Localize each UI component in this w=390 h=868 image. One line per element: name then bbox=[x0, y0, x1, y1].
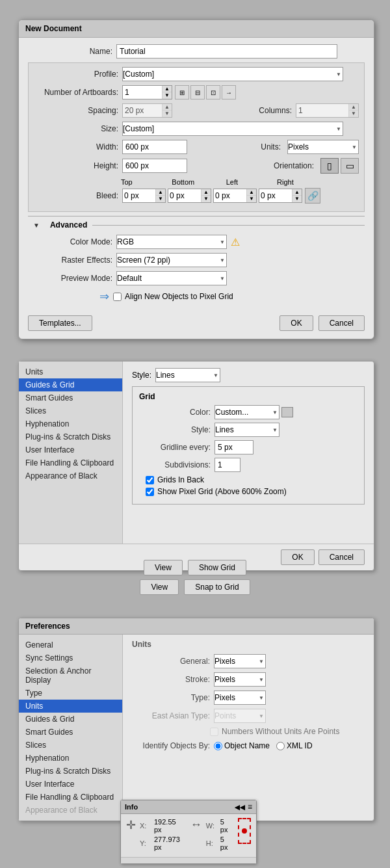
spacing-down-btn[interactable]: ▼ bbox=[162, 111, 172, 117]
spacing-up-btn[interactable]: ▲ bbox=[162, 104, 172, 111]
sidebar-item-units[interactable]: Units bbox=[19, 365, 122, 378]
bleed-left-input[interactable] bbox=[214, 189, 246, 202]
pref-sidebar-guides-grid[interactable]: Guides & Grid bbox=[19, 713, 122, 726]
bleed-top-input[interactable] bbox=[123, 189, 155, 202]
object-name-radio[interactable] bbox=[214, 742, 222, 750]
sidebar-item-appearance-black[interactable]: Appearance of Black bbox=[19, 469, 122, 482]
xml-id-radio[interactable] bbox=[276, 742, 285, 750]
pref-sidebar-appearance[interactable]: Appearance of Black bbox=[19, 804, 122, 817]
height-input[interactable] bbox=[122, 159, 187, 173]
gridline-input[interactable] bbox=[214, 440, 254, 454]
sidebar-item-guides-grid[interactable]: Guides & Grid bbox=[19, 378, 122, 391]
bleed-bottom-spinbox[interactable]: ▲ ▼ bbox=[168, 189, 211, 203]
bleed-right-spinbox[interactable]: ▲ ▼ bbox=[259, 189, 302, 203]
raster-effects-select[interactable]: Screen (72 ppi) bbox=[116, 253, 227, 267]
pref-sidebar-plugins[interactable]: Plug-ins & Scratch Disks bbox=[19, 765, 122, 778]
bleed-left-spinbox[interactable]: ▲ ▼ bbox=[213, 189, 257, 203]
info-menu-icon[interactable]: ≡ bbox=[248, 802, 252, 811]
landscape-btn[interactable]: ▭ bbox=[341, 158, 359, 174]
sidebar-item-smart-guides[interactable]: Smart Guides bbox=[19, 391, 122, 404]
units-select[interactable]: Pixels bbox=[287, 140, 359, 154]
portrait-btn[interactable]: ▯ bbox=[320, 158, 339, 174]
sidebar-item-ui[interactable]: User Interface bbox=[19, 443, 122, 456]
guides-style-select[interactable]: Lines bbox=[155, 368, 220, 382]
pref-sidebar-general[interactable]: General bbox=[19, 638, 122, 651]
pref-sidebar-type[interactable]: Type bbox=[19, 687, 122, 700]
east-asian-select[interactable]: Points bbox=[214, 709, 266, 723]
columns-input[interactable] bbox=[296, 104, 348, 117]
bleed-link-btn[interactable]: 🔗 bbox=[305, 188, 320, 204]
size-select[interactable]: [Custom] bbox=[122, 122, 343, 136]
pref-sidebar-units[interactable]: Units bbox=[19, 700, 122, 713]
type-units-select[interactable]: Pixels bbox=[214, 690, 266, 705]
name-input[interactable] bbox=[116, 44, 337, 59]
grid-color-select[interactable]: Custom... bbox=[214, 405, 280, 419]
view-button-2[interactable]: View bbox=[140, 579, 179, 595]
view-button-1[interactable]: View bbox=[144, 560, 183, 575]
general-units-label: General: bbox=[132, 657, 210, 666]
artboards-spinbox[interactable]: ▲ ▼ bbox=[122, 85, 172, 99]
bleed-right-down[interactable]: ▼ bbox=[292, 196, 302, 202]
bleed-top-down[interactable]: ▼ bbox=[156, 196, 165, 202]
show-pixel-grid-checkbox[interactable] bbox=[146, 488, 154, 496]
bleed-right-input[interactable] bbox=[259, 189, 292, 202]
columns-down-btn[interactable]: ▼ bbox=[349, 111, 358, 117]
sidebar-item-slices[interactable]: Slices bbox=[19, 404, 122, 417]
grid-color-swatch[interactable] bbox=[281, 407, 293, 417]
spacing-input[interactable] bbox=[123, 104, 162, 117]
profile-label: Profile: bbox=[34, 70, 118, 79]
xml-id-radio-label[interactable]: XML ID bbox=[276, 741, 313, 750]
pref-sidebar-hyphenation[interactable]: Hyphenation bbox=[19, 752, 122, 765]
bleed-bottom-input[interactable] bbox=[168, 189, 201, 202]
pixel-align-checkbox[interactable] bbox=[113, 293, 122, 301]
sidebar-item-hyphenation[interactable]: Hyphenation bbox=[19, 417, 122, 430]
info-expand-icon[interactable]: ◀◀ bbox=[235, 804, 245, 811]
pref-sidebar-selection[interactable]: Selection & Anchor Display bbox=[19, 664, 122, 687]
advanced-divider bbox=[92, 225, 365, 226]
bleed-bottom-label: Bottom bbox=[172, 178, 224, 186]
sidebar-item-file-handling[interactable]: File Handling & Clipboard bbox=[19, 456, 122, 469]
width-row: Width: Units: Pixels bbox=[34, 140, 359, 154]
pref-sidebar-ui[interactable]: User Interface bbox=[19, 778, 122, 791]
grid-style-select[interactable]: Lines bbox=[214, 423, 280, 437]
info-panel-title: Info ◀◀ ≡ bbox=[121, 800, 256, 814]
ok-button[interactable]: OK bbox=[280, 315, 313, 331]
artboard-grid-icon[interactable]: ⊞ bbox=[175, 85, 189, 99]
bleed-bottom-down[interactable]: ▼ bbox=[202, 196, 211, 202]
show-grid-button[interactable]: Show Grid bbox=[188, 560, 246, 575]
bleed-top-spinbox[interactable]: ▲ ▼ bbox=[122, 189, 166, 203]
bleed-top-up[interactable]: ▲ bbox=[156, 189, 165, 196]
columns-spinbox[interactable]: ▲ ▼ bbox=[296, 103, 359, 118]
artboard-row-icon[interactable]: ⊟ bbox=[190, 85, 205, 99]
pref-sidebar-file[interactable]: File Handling & Clipboard bbox=[19, 791, 122, 804]
artboards-down-btn[interactable]: ▼ bbox=[162, 92, 172, 99]
artboards-input[interactable] bbox=[123, 86, 162, 99]
snap-to-grid-button[interactable]: Snap to Grid bbox=[184, 579, 250, 595]
grids-in-back-checkbox[interactable] bbox=[146, 476, 154, 484]
object-name-radio-label[interactable]: Object Name bbox=[214, 741, 270, 750]
advanced-toggle[interactable]: ▼ bbox=[33, 222, 40, 229]
columns-up-btn[interactable]: ▲ bbox=[349, 104, 358, 111]
preview-mode-select[interactable]: Default bbox=[116, 271, 227, 285]
templates-button[interactable]: Templates... bbox=[28, 315, 92, 331]
pref-sidebar-slices[interactable]: Slices bbox=[19, 739, 122, 752]
width-input[interactable] bbox=[122, 140, 187, 154]
info-h-value: 5 px bbox=[220, 835, 228, 851]
bleed-right-up[interactable]: ▲ bbox=[292, 189, 302, 196]
bleed-left-up[interactable]: ▲ bbox=[247, 189, 256, 196]
spacing-spinbox[interactable]: ▲ ▼ bbox=[122, 103, 172, 118]
color-mode-select[interactable]: RGB bbox=[116, 235, 227, 249]
pref-sidebar-sync[interactable]: Sync Settings bbox=[19, 651, 122, 664]
pref-sidebar-smart-guides[interactable]: Smart Guides bbox=[19, 726, 122, 739]
artboard-col-icon[interactable]: ⊡ bbox=[206, 85, 220, 99]
cancel-button[interactable]: Cancel bbox=[318, 315, 365, 331]
subdivisions-input[interactable] bbox=[214, 458, 240, 472]
stroke-units-select[interactable]: Pixels bbox=[214, 672, 266, 687]
artboards-up-btn[interactable]: ▲ bbox=[162, 86, 172, 92]
general-units-select[interactable]: Pixels bbox=[214, 654, 266, 668]
artboard-arrange-icon[interactable]: → bbox=[222, 85, 236, 99]
profile-select[interactable]: [Custom] bbox=[122, 67, 343, 81]
bleed-bottom-up[interactable]: ▲ bbox=[202, 189, 211, 196]
sidebar-item-plugins[interactable]: Plug-ins & Scratch Disks bbox=[19, 430, 122, 443]
bleed-left-down[interactable]: ▼ bbox=[247, 196, 256, 202]
